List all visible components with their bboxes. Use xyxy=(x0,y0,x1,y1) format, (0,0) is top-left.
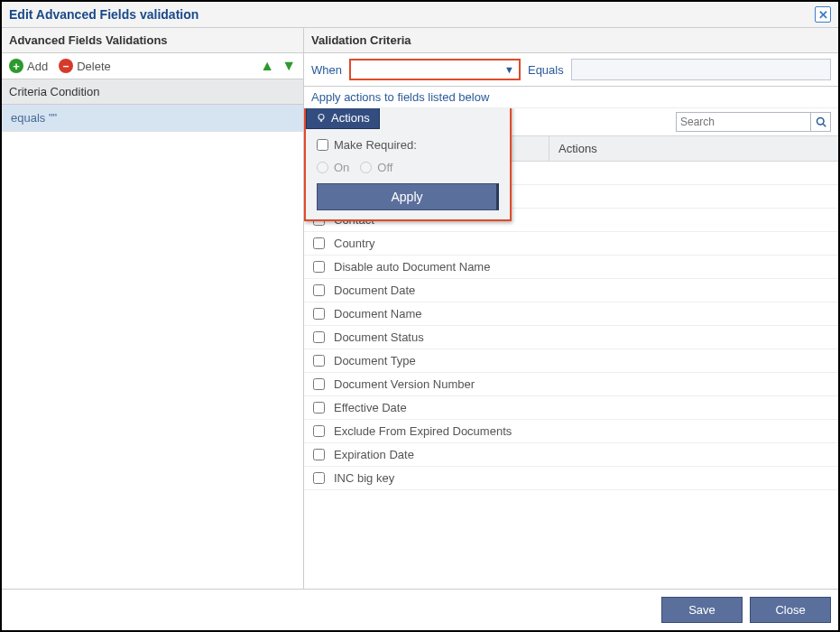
add-icon: + xyxy=(9,59,23,73)
lightbulb-icon xyxy=(316,113,327,124)
when-label: When xyxy=(311,63,342,77)
make-required-label: Make Required: xyxy=(334,138,417,152)
table-row[interactable]: Disable auto Document Name xyxy=(304,256,838,279)
left-toolbar: + Add – Delete ▲ ▼ xyxy=(2,53,303,79)
row-checkbox[interactable] xyxy=(313,355,325,367)
row-label: Document Type xyxy=(334,354,416,367)
table-row[interactable]: INC big key xyxy=(304,467,838,490)
titlebar: Edit Advanced Fields validation ✕ xyxy=(2,2,838,28)
equals-label: Equals xyxy=(528,63,564,77)
close-button[interactable]: ✕ xyxy=(815,6,831,23)
actions-tab[interactable]: Actions xyxy=(306,108,380,129)
row-label: Document Date xyxy=(334,283,415,297)
row-label: Exclude From Expired Documents xyxy=(334,424,512,438)
criteria-row-selected[interactable]: equals "" xyxy=(2,105,303,132)
row-label: Document Name xyxy=(334,307,422,321)
row-label: Expiration Date xyxy=(334,448,414,461)
delete-icon: – xyxy=(59,59,73,73)
table-row[interactable]: Exclude From Expired Documents xyxy=(304,420,838,443)
left-panel: Advanced Fields Validations + Add – Dele… xyxy=(2,28,304,589)
row-label: Effective Date xyxy=(334,401,407,414)
make-required-checkbox[interactable] xyxy=(317,139,328,151)
svg-rect-3 xyxy=(320,119,322,121)
arrow-up-icon[interactable]: ▲ xyxy=(260,58,274,74)
delete-button[interactable]: – Delete xyxy=(59,59,111,73)
table-row[interactable]: Document Date xyxy=(304,279,838,302)
table-row[interactable]: Country xyxy=(304,232,838,256)
dialog-title: Edit Advanced Fields validation xyxy=(9,7,198,22)
arrow-down-icon[interactable]: ▼ xyxy=(282,58,296,74)
actions-tab-label: Actions xyxy=(331,111,370,125)
when-bar: When ▼ Equals xyxy=(304,53,838,87)
table-row[interactable]: Document Type xyxy=(304,349,838,373)
row-checkbox[interactable] xyxy=(313,425,325,437)
row-checkbox[interactable] xyxy=(313,308,325,320)
search-input[interactable] xyxy=(676,112,811,132)
right-panel-title: Validation Criteria xyxy=(304,28,838,53)
off-label: Off xyxy=(377,161,392,174)
row-label: Document Version Number xyxy=(334,377,475,391)
row-checkbox[interactable] xyxy=(313,284,325,296)
svg-line-1 xyxy=(823,124,826,126)
dialog-footer: Save Close xyxy=(2,589,838,630)
row-label: INC big key xyxy=(334,471,394,485)
make-required-row: Make Required: xyxy=(317,138,499,152)
chevron-down-icon[interactable]: ▼ xyxy=(502,64,517,75)
off-radio xyxy=(360,162,372,173)
table-row[interactable]: Effective Date xyxy=(304,396,838,420)
row-checkbox[interactable] xyxy=(313,261,325,273)
row-checkbox[interactable] xyxy=(313,378,325,390)
row-checkbox[interactable] xyxy=(313,449,325,460)
row-checkbox[interactable] xyxy=(313,237,325,249)
table-row[interactable]: Document Name xyxy=(304,302,838,326)
search-icon xyxy=(816,116,826,127)
add-label: Add xyxy=(27,60,48,73)
popup-apply-button[interactable]: Apply xyxy=(317,183,499,210)
dialog-close-button[interactable]: Close xyxy=(750,597,831,623)
table-row[interactable]: Document Status xyxy=(304,326,838,349)
on-label: On xyxy=(334,161,349,174)
reorder-arrows: ▲ ▼ xyxy=(260,58,296,74)
row-checkbox[interactable] xyxy=(313,472,325,484)
fields-area: Name Actions CategoryCommentsContactCoun… xyxy=(304,108,838,589)
dialog-body: Advanced Fields Validations + Add – Dele… xyxy=(2,28,838,589)
row-label: Disable auto Document Name xyxy=(334,260,490,274)
dialog-edit-advanced-fields: Edit Advanced Fields validation ✕ Advanc… xyxy=(0,0,840,632)
actions-popup: Actions Make Required: On Off xyxy=(304,108,512,221)
svg-point-0 xyxy=(817,118,824,125)
row-checkbox[interactable] xyxy=(313,331,325,343)
apply-actions-link[interactable]: Apply actions to fields listed below xyxy=(304,87,838,108)
on-radio xyxy=(317,162,328,173)
row-label: Document Status xyxy=(334,330,424,344)
table-row[interactable]: Expiration Date xyxy=(304,443,838,467)
column-actions-header: Actions xyxy=(549,136,838,161)
left-panel-title: Advanced Fields Validations xyxy=(2,28,303,53)
on-off-row: On Off xyxy=(317,161,499,174)
criteria-condition-header: Criteria Condition xyxy=(2,79,303,105)
grid-body[interactable]: CategoryCommentsContactCountryDisable au… xyxy=(304,162,838,589)
popup-body: Make Required: On Off Apply xyxy=(306,129,510,219)
row-label: Country xyxy=(334,237,375,250)
svg-point-2 xyxy=(318,114,324,119)
delete-label: Delete xyxy=(77,60,111,73)
row-checkbox[interactable] xyxy=(313,402,325,414)
equals-input[interactable] xyxy=(571,59,831,80)
right-panel: Validation Criteria When ▼ Equals Apply … xyxy=(304,28,838,589)
table-row[interactable]: Document Version Number xyxy=(304,373,838,396)
add-button[interactable]: + Add xyxy=(9,59,48,73)
save-button[interactable]: Save xyxy=(661,597,743,623)
search-button[interactable] xyxy=(811,112,831,132)
when-select[interactable]: ▼ xyxy=(349,59,521,80)
